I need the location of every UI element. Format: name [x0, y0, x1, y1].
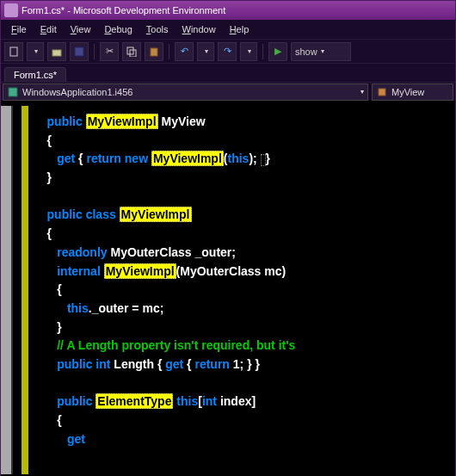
toolbar-sep	[262, 44, 263, 59]
code-line: {	[34, 281, 455, 300]
svg-rect-6	[9, 88, 17, 96]
toolbar-cut-button[interactable]: ✂	[100, 42, 119, 61]
menubar: File Edit View Debug Tools Window Help	[1, 20, 455, 39]
nav-class-dropdown[interactable]: WindowsApplication1.i456 ▾	[3, 83, 368, 101]
toolbar-redo-button[interactable]: ↷	[218, 42, 237, 61]
play-icon: ▶	[274, 46, 281, 57]
window-title: Form1.cs* - Microsoft Development Enviro…	[22, 5, 225, 15]
svg-rect-0	[10, 47, 17, 56]
menu-tools[interactable]: Tools	[139, 22, 176, 36]
menu-debug-label: ebug	[111, 24, 132, 34]
tab-label: Form1.cs*	[14, 70, 57, 80]
redo-icon: ↷	[224, 46, 231, 57]
menu-window[interactable]: Window	[176, 22, 223, 36]
menu-help-label: elp	[237, 24, 250, 34]
class-icon	[7, 86, 19, 98]
code-line: }	[34, 318, 455, 337]
code-line: get { return new MyViewImpl(this); }	[34, 150, 455, 169]
menu-edit[interactable]: Edit	[34, 22, 64, 36]
svg-rect-1	[52, 50, 61, 56]
undo-icon: ↶	[181, 46, 188, 57]
menu-file-label: ile	[17, 24, 27, 34]
toolbar-start-button[interactable]: ▶	[268, 42, 287, 61]
cut-icon: ✂	[106, 46, 114, 57]
toolbar-undo-dropdown[interactable]: ▾	[197, 42, 214, 61]
editor-margin	[1, 106, 11, 474]
toolbar-sep	[94, 44, 95, 59]
nav-class-label: WindowsApplication1.i456	[22, 87, 132, 97]
toolbar: ▾ ✂ ↶ ▾ ↷ ▾ ▶ show▾	[1, 39, 455, 63]
code-line: this._outer = mc;	[34, 300, 455, 318]
menu-window-label: indow	[191, 24, 216, 34]
menu-tools-label: ools	[151, 24, 168, 34]
menu-view-label: iew	[77, 24, 91, 34]
navbar: WindowsApplication1.i456 ▾ MyView	[1, 82, 455, 101]
ide-window: Form1.cs* - Microsoft Development Enviro…	[0, 0, 456, 476]
find-label: show	[295, 46, 317, 57]
toolbar-new-dropdown[interactable]: ▾	[27, 42, 44, 61]
nav-member-label: MyView	[391, 87, 424, 97]
svg-rect-7	[379, 89, 385, 96]
code-line	[34, 374, 455, 393]
svg-rect-2	[75, 47, 83, 56]
code-line: public class MyViewImpl	[34, 206, 455, 225]
code-line: public ElementType this[int index]	[34, 393, 455, 411]
tab-form1[interactable]: Form1.cs*	[4, 67, 66, 82]
code-line: public int Length { get { return 1; } }	[34, 355, 455, 374]
editor-gutter	[22, 106, 28, 474]
code-area[interactable]: public MyViewImpl MyView { get { return …	[30, 106, 455, 474]
menu-debug[interactable]: Debug	[97, 22, 139, 36]
code-line: // A Length property isn't required, but…	[34, 337, 455, 355]
toolbar-save-button[interactable]	[70, 42, 89, 61]
menu-help[interactable]: Help	[223, 22, 256, 36]
code-line: {	[34, 132, 455, 151]
code-line: {	[34, 225, 455, 244]
code-line	[34, 188, 455, 207]
code-line: public MyViewImpl MyView	[34, 113, 455, 132]
tabbar: Form1.cs*	[1, 63, 455, 82]
app-icon	[4, 3, 18, 17]
toolbar-copy-button[interactable]	[122, 42, 141, 61]
toolbar-find-dropdown[interactable]: show▾	[291, 42, 351, 61]
menu-edit-label: dit	[46, 24, 57, 34]
chevron-down-icon: ▾	[34, 47, 38, 55]
code-line: readonly MyOuterClass _outer;	[34, 244, 455, 263]
code-line: }	[34, 169, 455, 188]
chevron-down-icon: ▾	[205, 47, 208, 55]
svg-rect-5	[151, 48, 157, 56]
chevron-down-icon: ▾	[248, 47, 251, 55]
toolbar-sep	[169, 44, 169, 59]
toolbar-open-button[interactable]	[47, 42, 66, 61]
code-line: get	[34, 430, 455, 449]
code-line: {	[34, 411, 455, 430]
menu-view[interactable]: View	[64, 22, 98, 36]
code-line: internal MyViewImpl(MyOuterClass mc)	[34, 263, 455, 281]
property-icon	[376, 86, 388, 98]
toolbar-undo-button[interactable]: ↶	[175, 42, 194, 61]
editor-margin-dark	[11, 106, 13, 474]
chevron-down-icon: ▾	[360, 88, 364, 96]
menu-file[interactable]: File	[4, 22, 34, 36]
chevron-down-icon: ▾	[321, 47, 324, 55]
toolbar-redo-dropdown[interactable]: ▾	[240, 42, 257, 61]
titlebar[interactable]: Form1.cs* - Microsoft Development Enviro…	[1, 1, 455, 20]
toolbar-paste-button[interactable]	[145, 42, 163, 61]
nav-member-dropdown[interactable]: MyView	[372, 83, 453, 101]
code-editor[interactable]: public MyViewImpl MyView { get { return …	[1, 101, 455, 476]
toolbar-new-button[interactable]	[4, 42, 23, 61]
